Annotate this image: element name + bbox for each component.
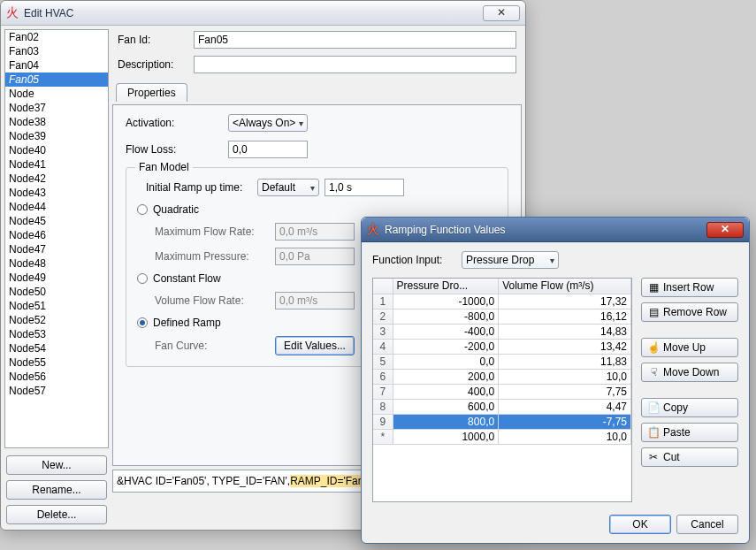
list-item[interactable]: Node39 xyxy=(5,129,108,143)
volflow-cell[interactable]: 17,32 xyxy=(499,294,631,309)
edit-values-button[interactable]: Edit Values... xyxy=(275,336,355,355)
volflow-cell[interactable]: 10,0 xyxy=(499,429,631,444)
list-item[interactable]: Node48 xyxy=(5,256,108,271)
row-number[interactable]: 6 xyxy=(373,369,393,384)
list-item[interactable]: Node47 xyxy=(5,242,108,256)
list-item[interactable]: Node41 xyxy=(5,157,108,172)
pressure-cell[interactable]: 200,0 xyxy=(393,369,499,384)
list-item[interactable]: Node42 xyxy=(5,172,108,186)
list-item[interactable]: Fan04 xyxy=(5,58,108,73)
table-row[interactable]: 50,011,83 xyxy=(373,354,631,369)
ramp-time-input[interactable] xyxy=(325,179,404,196)
hvac-item-list[interactable]: Fan02Fan03Fan04Fan05NodeNode37Node38Node… xyxy=(4,29,109,448)
row-number[interactable]: 2 xyxy=(373,309,393,324)
table-row[interactable]: 2-800,016,12 xyxy=(373,309,631,324)
insert-row-button[interactable]: ▦Insert Row xyxy=(641,278,738,297)
pressure-cell[interactable]: 1000,0 xyxy=(393,429,499,444)
list-item[interactable]: Node50 xyxy=(5,285,108,299)
pressure-cell[interactable]: 0,0 xyxy=(393,354,499,369)
list-item[interactable]: Node56 xyxy=(5,370,108,384)
fan-id-input[interactable] xyxy=(194,31,516,49)
description-input[interactable] xyxy=(194,56,516,73)
row-number[interactable]: 4 xyxy=(373,339,393,354)
list-item[interactable]: Node40 xyxy=(5,143,108,157)
list-item[interactable]: Node46 xyxy=(5,228,108,242)
volflow-cell[interactable]: 11,83 xyxy=(499,354,631,369)
list-item[interactable]: Node38 xyxy=(5,115,108,129)
volflow-cell[interactable]: 16,12 xyxy=(499,309,631,324)
pressure-cell[interactable]: -200,0 xyxy=(393,339,499,354)
ramp-combo[interactable]: Default xyxy=(257,179,319,196)
list-item[interactable]: Node53 xyxy=(5,327,108,341)
table-row[interactable]: *1000,010,0 xyxy=(373,429,631,444)
list-item[interactable]: Node49 xyxy=(5,271,108,285)
table-row[interactable]: 6200,010,0 xyxy=(373,369,631,384)
list-item[interactable]: Node37 xyxy=(5,101,108,115)
move-up-button[interactable]: ☝Move Up xyxy=(641,338,738,357)
row-number[interactable]: 8 xyxy=(373,399,393,414)
list-item[interactable]: Node44 xyxy=(5,200,108,214)
hvac-titlebar[interactable]: 火 Edit HVAC ✕ xyxy=(1,1,525,26)
list-item[interactable]: Node43 xyxy=(5,186,108,200)
grid-col-volflow-label: Volume Flow (m³/s) xyxy=(502,279,593,292)
grid-rowhead[interactable] xyxy=(373,279,393,294)
remove-row-button[interactable]: ▤Remove Row xyxy=(641,302,738,322)
paste-label: Paste xyxy=(663,426,691,439)
row-number[interactable]: 7 xyxy=(373,384,393,399)
table-row[interactable]: 3-400,014,83 xyxy=(373,324,631,339)
pressure-cell[interactable]: 600,0 xyxy=(393,399,499,414)
grid-col-pressure[interactable]: Pressure Dro... xyxy=(393,279,499,294)
row-number[interactable]: 9 xyxy=(373,414,393,429)
copy-button[interactable]: 📄Copy xyxy=(641,398,738,417)
hvac-close-button[interactable]: ✕ xyxy=(483,5,520,21)
grid-col-volflow[interactable]: Volume Flow (m³/s) xyxy=(499,279,631,294)
ramp-grid[interactable]: Pressure Dro... Volume Flow (m³/s) 1-100… xyxy=(372,278,632,502)
volflow-cell[interactable]: -7,75 xyxy=(499,414,631,429)
tab-properties[interactable]: Properties xyxy=(116,83,187,102)
delete-button[interactable]: Delete... xyxy=(6,505,107,524)
cancel-label: Cancel xyxy=(691,518,723,531)
list-item[interactable]: Node45 xyxy=(5,214,108,228)
row-number[interactable]: 5 xyxy=(373,354,393,369)
list-item[interactable]: Node xyxy=(5,87,108,101)
row-number[interactable]: 1 xyxy=(373,294,393,309)
pressure-cell[interactable]: -400,0 xyxy=(393,324,499,339)
list-item[interactable]: Fan05 xyxy=(5,73,108,87)
cut-button[interactable]: ✂Cut xyxy=(641,447,738,467)
row-number[interactable]: * xyxy=(373,429,393,444)
table-row[interactable]: 7400,07,75 xyxy=(373,384,631,399)
table-row[interactable]: 1-1000,017,32 xyxy=(373,294,631,309)
activation-combo[interactable]: <Always On> xyxy=(228,114,308,132)
list-item[interactable]: Node54 xyxy=(5,341,108,355)
list-item[interactable]: Node52 xyxy=(5,313,108,327)
list-item[interactable]: Node51 xyxy=(5,299,108,313)
pressure-cell[interactable]: -800,0 xyxy=(393,309,499,324)
pressure-cell[interactable]: 400,0 xyxy=(393,384,499,399)
pressure-cell[interactable]: 800,0 xyxy=(393,414,499,429)
list-item[interactable]: Node57 xyxy=(5,384,108,398)
row-number[interactable]: 3 xyxy=(373,324,393,339)
list-item[interactable]: Fan02 xyxy=(5,30,108,44)
table-row[interactable]: 4-200,013,42 xyxy=(373,339,631,354)
ramp-titlebar[interactable]: 火 Ramping Function Values ✕ xyxy=(362,218,749,242)
func-input-combo[interactable]: Pressure Drop xyxy=(462,251,559,269)
volflow-cell[interactable]: 4,47 xyxy=(499,399,631,414)
volflow-cell[interactable]: 7,75 xyxy=(499,384,631,399)
move-down-button[interactable]: ☟Move Down xyxy=(641,363,738,382)
table-row[interactable]: 9800,0-7,75 xyxy=(373,414,631,429)
ok-button[interactable]: OK xyxy=(609,515,671,534)
list-item[interactable]: Node55 xyxy=(5,355,108,370)
pressure-cell[interactable]: -1000,0 xyxy=(393,294,499,309)
volflow-cell[interactable]: 14,83 xyxy=(499,324,631,339)
volflow-cell[interactable]: 13,42 xyxy=(499,339,631,354)
table-row[interactable]: 8600,04,47 xyxy=(373,399,631,414)
cancel-button[interactable]: Cancel xyxy=(676,515,738,534)
new-button[interactable]: New... xyxy=(6,455,107,475)
list-item[interactable]: Fan03 xyxy=(5,44,108,58)
radio-quadratic[interactable]: Quadratic xyxy=(137,203,497,216)
paste-button[interactable]: 📋Paste xyxy=(641,423,738,442)
rename-button[interactable]: Rename... xyxy=(6,480,107,500)
flowloss-input[interactable] xyxy=(228,141,308,158)
volflow-cell[interactable]: 10,0 xyxy=(499,369,631,384)
ramp-close-button[interactable]: ✕ xyxy=(706,222,744,238)
